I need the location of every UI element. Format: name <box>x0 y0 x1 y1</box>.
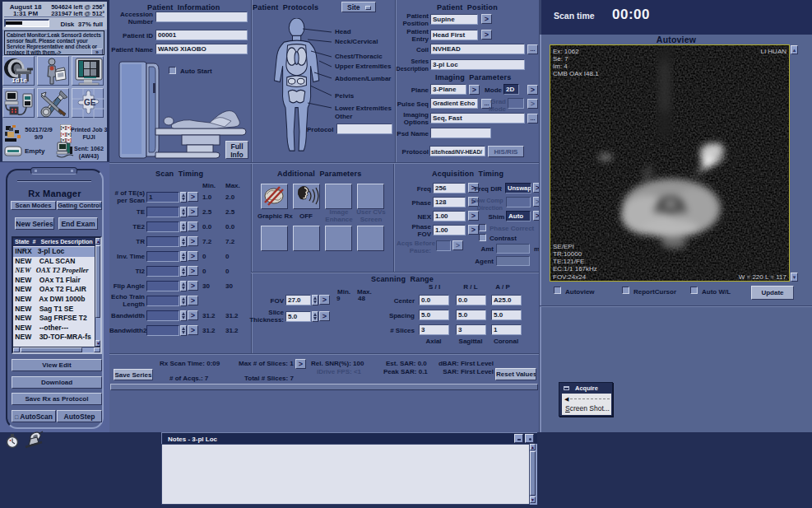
svg-text:TR:10000: TR:10000 <box>553 250 582 258</box>
svg-text:Ex: 1062: Ex: 1062 <box>553 48 579 55</box>
svg-text:W = 220 L = 117: W = 220 L = 117 <box>739 273 787 281</box>
svg-text:GE: GE <box>84 98 96 107</box>
svg-text:SE/EPI: SE/EPI <box>553 243 574 250</box>
svg-text:EC:1/1 167kHz: EC:1/1 167kHz <box>553 265 597 273</box>
svg-text:Se: 7: Se: 7 <box>553 55 568 63</box>
svg-text:FOV:24x24: FOV:24x24 <box>553 273 587 281</box>
svg-text:CMB OAx I48.1: CMB OAx I48.1 <box>553 70 599 77</box>
svg-text:LI HUAN: LI HUAN <box>760 48 786 55</box>
svg-text:TE:121/FE: TE:121/FE <box>553 258 584 265</box>
svg-text:Im: 4: Im: 4 <box>553 63 568 70</box>
